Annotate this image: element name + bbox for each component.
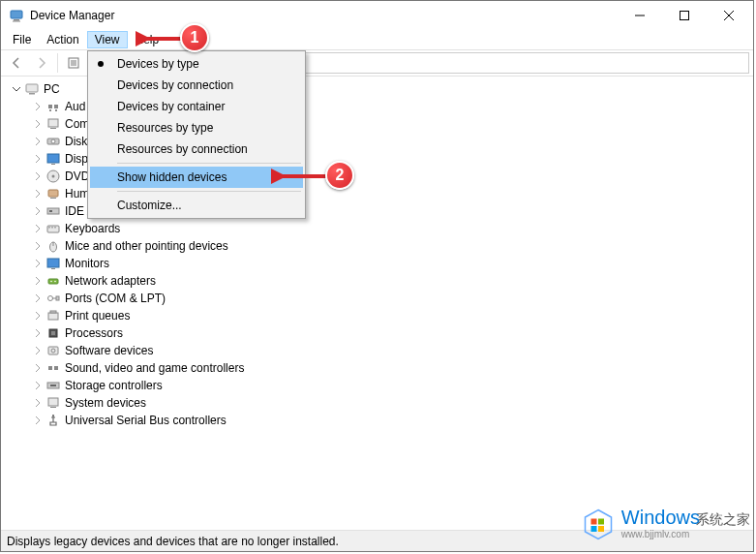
svg-point-38 (50, 281, 52, 283)
callout-badge-1: 1 (180, 23, 209, 52)
tree-item[interactable]: Storage controllers (18, 377, 753, 394)
close-button[interactable] (707, 1, 751, 30)
chevron-right-icon[interactable] (32, 327, 44, 339)
tree-item[interactable]: Universal Serial Bus controllers (18, 412, 753, 429)
tree-item-label: System devices (65, 396, 146, 410)
menubar: File Action View Help (1, 30, 753, 49)
toolbar-separator (57, 53, 58, 73)
tree-item-label: Network adapters (65, 274, 156, 288)
tree-item-label: Disp (65, 152, 88, 166)
tree-item[interactable]: Monitors (18, 255, 753, 272)
menu-item-label: Resources by connection (117, 142, 248, 156)
tree-item[interactable]: Network adapters (18, 272, 753, 290)
tree-item[interactable]: Keyboards (18, 220, 753, 237)
tree-item[interactable]: Processors (18, 324, 753, 342)
menu-item-label: Show hidden devices (117, 170, 227, 184)
menu-resources-by-type[interactable]: Resources by type (90, 117, 303, 138)
tree-item-label: Universal Serial Bus controllers (65, 414, 227, 427)
svg-rect-36 (51, 268, 55, 269)
chevron-right-icon[interactable] (32, 258, 44, 269)
svg-rect-1 (14, 19, 19, 21)
tree-item-label: Monitors (65, 257, 109, 270)
device-category-icon (45, 116, 61, 132)
tree-item-label: Mice and other pointing devices (65, 239, 228, 253)
device-category-icon (45, 343, 61, 358)
chevron-right-icon[interactable] (32, 362, 44, 374)
chevron-right-icon[interactable] (32, 345, 44, 356)
chevron-right-icon[interactable] (32, 136, 44, 147)
statusbar: Displays legacy devices and devices that… (1, 530, 753, 551)
tree-item[interactable]: Ports (COM & LPT) (18, 290, 753, 307)
chevron-right-icon[interactable] (32, 101, 44, 112)
chevron-right-icon[interactable] (32, 118, 44, 130)
callout-arrow-2 (271, 167, 329, 186)
menu-item-label: Customize... (117, 199, 182, 212)
chevron-right-icon[interactable] (32, 380, 44, 391)
svg-rect-28 (49, 210, 52, 212)
device-category-icon (45, 360, 61, 376)
menu-resources-by-connection[interactable]: Resources by connection (90, 138, 303, 160)
svg-rect-46 (48, 347, 58, 354)
tree-item-label: Ports (COM & LPT) (65, 292, 166, 305)
device-category-icon (45, 291, 61, 306)
menu-item-label: Devices by type (117, 57, 199, 71)
callout-arrow-1 (136, 29, 184, 48)
svg-rect-25 (48, 190, 58, 197)
chevron-right-icon[interactable] (32, 415, 44, 426)
statusbar-text: Displays legacy devices and devices that… (7, 535, 339, 548)
chevron-right-icon[interactable] (32, 240, 44, 252)
tree-item-label: DVD (65, 169, 89, 183)
maximize-button[interactable] (662, 1, 707, 30)
tree-item[interactable]: Mice and other pointing devices (18, 237, 753, 255)
minimize-button[interactable] (618, 1, 662, 30)
forward-button[interactable] (30, 52, 53, 74)
tree-item-label: Hum (65, 187, 89, 200)
chevron-right-icon[interactable] (32, 292, 44, 304)
device-category-icon (45, 238, 61, 254)
menu-item-label: Resources by type (117, 121, 213, 135)
expand-icon[interactable] (11, 83, 22, 95)
menu-devices-by-connection[interactable]: Devices by connection (90, 75, 303, 96)
window-controls (618, 1, 751, 30)
menu-customize[interactable]: Customize... (90, 195, 303, 216)
callout-number: 1 (191, 29, 199, 46)
properties-button[interactable] (62, 52, 85, 74)
device-category-icon (45, 169, 61, 184)
device-category-icon (45, 378, 61, 393)
svg-point-51 (52, 415, 54, 416)
svg-rect-13 (26, 84, 38, 92)
svg-rect-32 (54, 227, 56, 229)
svg-rect-27 (47, 208, 59, 214)
menu-item-label: Devices by connection (117, 78, 233, 92)
back-button[interactable] (5, 52, 28, 74)
chevron-right-icon[interactable] (32, 310, 44, 322)
chevron-right-icon[interactable] (32, 153, 44, 165)
tree-item-label: Keyboards (65, 222, 120, 235)
menu-devices-by-container[interactable]: Devices by container (90, 96, 303, 117)
svg-point-24 (52, 175, 55, 178)
menu-view[interactable]: View (87, 31, 128, 48)
chevron-right-icon[interactable] (32, 275, 44, 287)
svg-rect-0 (11, 11, 22, 18)
app-icon (9, 8, 24, 23)
tree-item[interactable]: Software devices (18, 342, 753, 359)
menu-file[interactable]: File (5, 31, 39, 48)
menu-devices-by-type[interactable]: Devices by type (90, 53, 303, 75)
svg-rect-2 (13, 21, 20, 22)
chevron-right-icon[interactable] (32, 223, 44, 234)
tree-item[interactable]: Sound, video and game controllers (18, 359, 753, 377)
chevron-right-icon[interactable] (32, 205, 44, 217)
chevron-right-icon[interactable] (32, 188, 44, 200)
tree-item[interactable]: System devices (18, 394, 753, 412)
svg-point-16 (55, 109, 57, 111)
svg-rect-30 (48, 227, 50, 229)
svg-rect-22 (51, 164, 55, 165)
tree-item[interactable]: Print queues (18, 307, 753, 324)
menu-action[interactable]: Action (39, 31, 86, 48)
chevron-right-icon[interactable] (32, 397, 44, 409)
tree-item-label: Processors (65, 326, 123, 340)
callout-number: 2 (336, 167, 345, 184)
menu-separator (117, 163, 301, 164)
pc-icon (24, 81, 40, 97)
chevron-right-icon[interactable] (32, 170, 44, 182)
